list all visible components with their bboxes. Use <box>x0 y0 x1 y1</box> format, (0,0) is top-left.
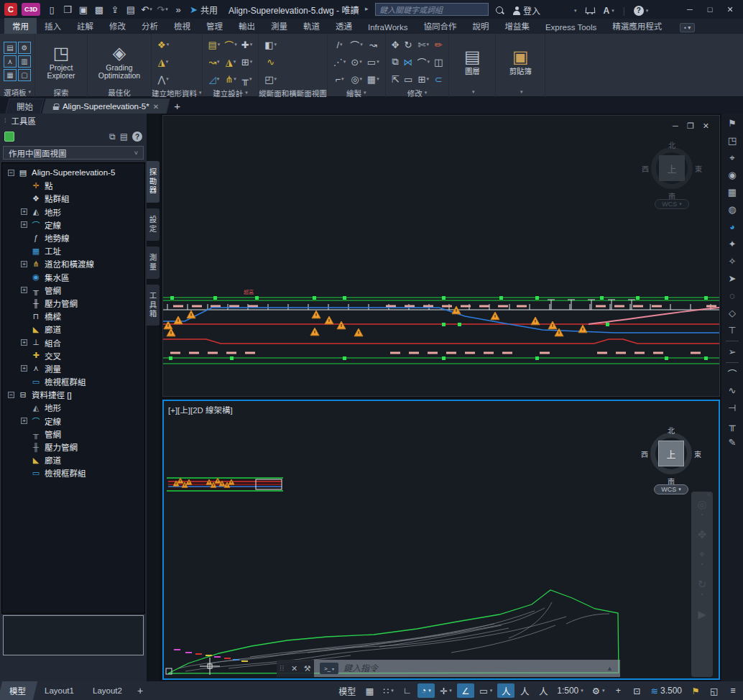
tree-expander-icon[interactable]: − <box>8 170 14 176</box>
isometric-drafting-icon[interactable]: ✛▾ <box>436 683 456 698</box>
transmit-icon[interactable]: ⇪ <box>108 2 122 17</box>
active-drawing-icon[interactable] <box>4 132 14 142</box>
save-icon[interactable]: ▣ <box>76 2 91 17</box>
share-button[interactable]: ➤ 共用 <box>190 4 218 16</box>
tree-item-points[interactable]: ✛點 <box>2 179 144 192</box>
zoom-extents-icon[interactable]: ⌖▾ <box>699 548 705 570</box>
viewcube-top-face[interactable]: 上 <box>659 155 685 181</box>
road-cursor-icon[interactable]: ➢ <box>724 345 740 359</box>
line-icon[interactable]: /▾ <box>331 40 349 50</box>
viewport-bottom-active[interactable]: [+][上][2D 線架構] 北 西 東 南 上 WCS▾ ✕ ◎▾✥⌖▾↻▾▶ <box>162 400 720 680</box>
viewcube-bottom[interactable]: 北 西 東 南 上 WCS▾ <box>644 427 698 496</box>
wcs-menu[interactable]: WCS▾ <box>654 484 688 494</box>
toolspace-header[interactable]: ⁞ 工具區 <box>0 114 147 128</box>
palette-grip[interactable]: ⁞ <box>4 117 7 124</box>
clipboard-button[interactable]: ▣剪貼簿 <box>499 46 541 77</box>
tree-item-surface-shortcut[interactable]: ◭地形 <box>2 401 144 414</box>
create-points-icon[interactable]: ❖▾ <box>155 40 171 50</box>
create-survey-icon[interactable]: ⋀▾ <box>155 74 171 85</box>
tree-item-intersections[interactable]: ✚交叉 <box>2 349 144 362</box>
polyline-icon[interactable]: ⌐▾ <box>331 74 349 85</box>
ortho-mode-icon[interactable]: ∟ <box>399 683 416 698</box>
showmotion-icon[interactable]: ▶ <box>698 609 706 620</box>
toolspace-tab-探勘器[interactable]: 探勘器 <box>147 161 160 203</box>
apps-button[interactable]: A ▾ <box>604 6 614 16</box>
tree-item-bridges[interactable]: ⊓橋樑 <box>2 310 144 323</box>
sheet-flag-icon[interactable]: ⚑ <box>724 116 740 130</box>
mirror-icon[interactable]: ⋈ <box>402 57 415 68</box>
properties-palette-icon[interactable]: ▦ <box>4 69 17 81</box>
layout-tab-模型[interactable]: 模型 <box>0 681 37 700</box>
profile-icon[interactable]: ◿▾ <box>206 74 223 85</box>
section-views-icon[interactable]: ◰▾ <box>262 74 279 85</box>
close-tab-icon[interactable]: ✕ <box>153 103 159 111</box>
ribbon-tab-精選應用程式[interactable]: 精選應用程式 <box>604 18 670 34</box>
search-input[interactable]: 鍵入關鍵字或詞組 <box>375 3 489 16</box>
tree-expander-icon[interactable]: + <box>21 208 27 215</box>
parcel-icon[interactable]: ▤▾ <box>206 40 223 50</box>
copy-icon[interactable]: ⧉ <box>389 56 402 68</box>
layout-tab-Layout1[interactable]: Layout1 <box>33 681 86 700</box>
revision-cloud-icon[interactable]: ↝ <box>365 40 382 50</box>
tree-item-point-groups[interactable]: ❖點群組 <box>2 192 144 205</box>
toolbox-palette-icon[interactable]: ▥ <box>18 55 31 68</box>
help-icon[interactable]: ? <box>132 132 142 142</box>
layout-tab-Layout2[interactable]: Layout2 <box>81 681 134 700</box>
ribbon-tab-檢視[interactable]: 檢視 <box>166 18 198 34</box>
command-prompt-icon[interactable]: >_▾ <box>320 663 338 674</box>
sample-line-icon[interactable]: ⊣ <box>724 401 740 415</box>
open-folder-icon[interactable]: ❒ <box>60 2 75 17</box>
tree-expander-icon[interactable]: + <box>21 365 27 372</box>
annotation-scale-value[interactable]: 1:500▾ <box>553 683 587 698</box>
tree-item-alignments[interactable]: +⌒定線 <box>2 218 144 231</box>
profile-edit-icon[interactable]: ∿ <box>724 384 740 397</box>
project-explorer-button[interactable]: ◳Project Explorer <box>39 42 83 81</box>
ribbon-tab-分析[interactable]: 分析 <box>134 18 166 34</box>
feature-line-icon[interactable]: ↝▾ <box>206 57 223 68</box>
create-point-icon[interactable]: ✦ <box>724 237 740 251</box>
viewport-label[interactable]: [+][上][2D 線架構] <box>168 404 233 415</box>
tree-expander-icon[interactable]: + <box>21 221 27 228</box>
viewcube-top[interactable]: 北 西 東 南 上 WCS▾ <box>645 142 699 211</box>
tree-expander-icon[interactable]: + <box>21 418 27 424</box>
layers-button[interactable]: ▤圖層 <box>453 46 492 77</box>
quick-profile-icon[interactable]: ∿ <box>262 57 279 68</box>
hatch-icon[interactable]: ▦▾ <box>365 74 382 85</box>
close-icon[interactable]: ✕ <box>720 0 740 19</box>
tree-item-pressure-shortcut[interactable]: ╫壓力管網 <box>2 441 144 453</box>
file-tab-start[interactable]: 開始 <box>5 98 44 114</box>
new-tab-button[interactable]: + <box>174 100 180 112</box>
status-menu-icon[interactable]: ≡ <box>724 683 742 698</box>
command-input-bar[interactable]: >_▾ ▲ <box>314 660 620 677</box>
file-tab-document[interactable]: Align-Superelevation-5* ✕ <box>42 98 170 114</box>
drawing-standards-icon[interactable]: ⚑ <box>687 683 704 698</box>
object-snap-icon[interactable]: ▭▾ <box>476 683 496 698</box>
doc-restore-icon[interactable]: ❐ <box>687 121 694 131</box>
prospector-palette-icon[interactable]: ▤ <box>4 42 17 54</box>
navigation-wheel-icon[interactable]: ◎▾ <box>697 499 706 520</box>
measure-icon[interactable]: ◇ <box>724 306 740 320</box>
tree-item-pressure-networks[interactable]: ╫壓力管網 <box>2 297 144 310</box>
panel-label[interactable]: ▾ <box>496 87 545 97</box>
corridor-icon[interactable]: ⋔▾ <box>222 74 239 85</box>
help-button[interactable]: ? ▾ <box>634 6 649 16</box>
annotation-scale-icon[interactable]: 人 <box>535 683 552 698</box>
orbit-icon[interactable]: ↻▾ <box>698 579 707 600</box>
stretch-icon[interactable]: ⇱ <box>389 74 402 85</box>
panel-label[interactable]: 建立設計▾ <box>203 88 259 98</box>
dropdown-arrow-icon[interactable]: ▾ <box>149 6 152 12</box>
zoom-window-icon[interactable]: ◳ <box>724 134 740 147</box>
grading-optimization-button[interactable]: ◈Grading Optimization <box>91 42 147 81</box>
create-surfaces-icon[interactable]: ◮▾ <box>155 57 171 68</box>
array-icon[interactable]: ⊞▾ <box>415 74 433 85</box>
tree-item-corridors[interactable]: ◣廊道 <box>2 323 144 336</box>
wcs-menu[interactable]: WCS▾ <box>655 199 689 209</box>
panel-label[interactable]: 繪製▾ <box>328 88 385 98</box>
tree-item-surfaces[interactable]: +◭地形 <box>2 206 144 218</box>
profile-view-icon[interactable]: ◧▾ <box>262 40 279 50</box>
command-input[interactable] <box>343 663 601 673</box>
tree-item-pipe-networks[interactable]: +╥管網 <box>2 284 144 297</box>
tree-item-view-frame-shortcut[interactable]: ▭檢視框群組 <box>2 466 144 479</box>
app-logo[interactable]: C <box>4 3 17 16</box>
ribbon-tab-軌道[interactable]: 軌道 <box>295 18 328 34</box>
